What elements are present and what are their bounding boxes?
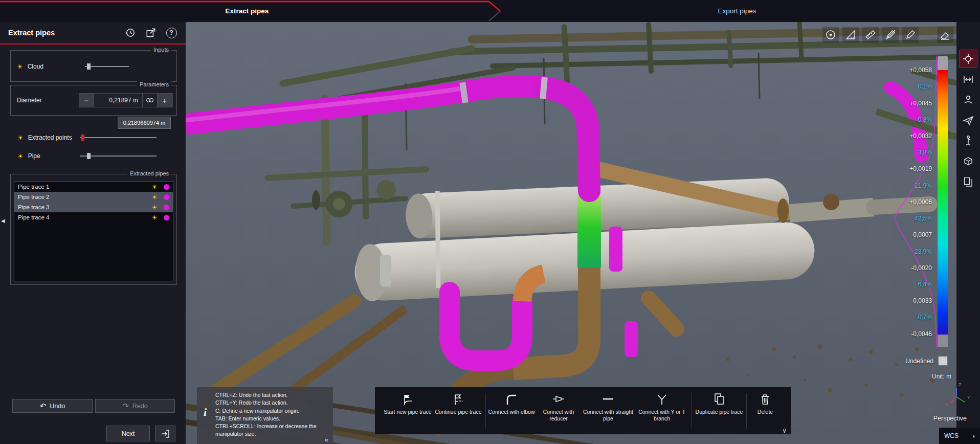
extracted-points-sun-icon[interactable]: ☀ xyxy=(17,135,24,141)
scale-tick: -0,0020 xyxy=(911,264,932,273)
extracted-points-slider[interactable] xyxy=(80,134,157,141)
toolbar-collapse-chevron[interactable]: ∨ xyxy=(782,427,787,434)
pipe-label: Pipe xyxy=(28,152,40,160)
measure-angle-icon[interactable] xyxy=(842,27,859,43)
list-item-pipe-trace-1[interactable]: Pipe trace 1 ☀ xyxy=(14,182,173,192)
pipe-trace-label: Pipe trace 3 xyxy=(18,204,49,210)
scale-tick: -0,0033 xyxy=(911,297,932,305)
scale-tick: -0,0007 xyxy=(911,231,932,239)
connect-straight-pipe-button[interactable]: Connect with straight pipe xyxy=(582,387,634,434)
pipe-sun-icon[interactable]: ☀ xyxy=(17,153,24,160)
slider-thumb[interactable] xyxy=(81,135,84,141)
annotation-icon[interactable] xyxy=(902,27,919,43)
slider-track[interactable] xyxy=(80,156,157,157)
connect-reducer-button[interactable]: Connect with reducer xyxy=(535,387,582,434)
start-trace-icon xyxy=(400,392,415,406)
list-item-pipe-trace-3[interactable]: Pipe trace 3 ☀ xyxy=(14,202,173,212)
delete-button[interactable]: Delete xyxy=(749,387,782,434)
undefined-checkbox[interactable] xyxy=(938,356,948,366)
scale-tick: 0,1% xyxy=(918,83,932,91)
viewpoint-pages-tool[interactable] xyxy=(959,172,977,191)
straight-pipe-icon xyxy=(601,392,615,406)
panel-collapse-arrow[interactable]: ◀ xyxy=(1,218,5,224)
scale-handle[interactable] xyxy=(938,56,948,70)
ortho-cube-tool[interactable] xyxy=(959,152,977,170)
start-new-pipe-trace-button[interactable]: Start new pipe trace xyxy=(382,387,433,434)
connect-y-t-branch-button[interactable]: Connect with Y or T branch xyxy=(634,387,689,434)
3d-viewport[interactable] xyxy=(186,22,956,444)
info-collapse-button[interactable]: « xyxy=(325,436,328,443)
visibility-sun-icon[interactable]: ☀ xyxy=(151,214,158,221)
shortcut-line: CTRL+SCROLL: Increase or decrease the ma… xyxy=(215,423,327,438)
duplicate-pipe-trace-button[interactable]: Duplicate pipe trace xyxy=(694,387,744,434)
info-icon: i xyxy=(204,406,207,419)
slider-track[interactable] xyxy=(85,66,129,67)
diameter-tooltip: 0,2189660974 m xyxy=(118,117,171,129)
fly-tool[interactable] xyxy=(959,111,977,129)
slider-thumb[interactable] xyxy=(87,153,91,159)
annotation-off-icon[interactable] xyxy=(882,27,899,43)
measure-distance-icon[interactable] xyxy=(862,27,879,43)
cloud-row: ☀ Cloud xyxy=(17,61,170,72)
examine-view-tool[interactable] xyxy=(959,91,977,109)
tab-extract-pipes[interactable]: Extract pipes xyxy=(0,0,494,22)
visibility-sun-icon[interactable]: ☀ xyxy=(151,204,158,211)
wcs-dropdown[interactable]: WCS ▴ xyxy=(939,428,980,444)
station-view-tool[interactable] xyxy=(959,131,977,150)
slider-track[interactable] xyxy=(80,137,157,138)
list-item-pipe-trace-2[interactable]: Pipe trace 2 ☀ xyxy=(14,192,173,202)
exit-tool-button[interactable] xyxy=(155,426,175,441)
scale-tick: +0,0058 xyxy=(909,66,932,75)
redo-arrow-icon: ↷ xyxy=(122,402,129,410)
pipe-slider[interactable] xyxy=(80,152,157,160)
diameter-increase-button[interactable]: + xyxy=(158,94,172,107)
help-icon[interactable]: ? xyxy=(165,27,177,39)
redo-button[interactable]: ↷ Redo xyxy=(95,399,175,413)
extracted-points-row: ☀ Extracted points xyxy=(10,132,177,143)
cloud-visibility-sun-icon[interactable]: ☀ xyxy=(17,63,23,70)
connect-elbow-button[interactable]: Connect with elbow xyxy=(488,387,535,434)
pan-tool[interactable] xyxy=(959,70,977,88)
next-button[interactable]: Next xyxy=(106,426,150,441)
trace-color-swatch[interactable] xyxy=(164,215,169,220)
scale-tick: +0,0045 xyxy=(909,100,932,108)
open-export-icon[interactable] xyxy=(145,27,157,39)
color-scale-bar xyxy=(938,56,948,347)
button-label: Start new pipe trace xyxy=(384,409,431,415)
projection-mode-label[interactable]: Perspective xyxy=(933,415,967,422)
diameter-decrease-button[interactable]: − xyxy=(79,94,94,107)
trace-color-swatch[interactable] xyxy=(164,194,169,200)
diameter-row: Diameter − 0,21897 m + xyxy=(17,85,171,115)
list-item-pipe-trace-4[interactable]: Pipe trace 4 ☀ xyxy=(14,212,173,223)
continue-pipe-trace-button[interactable]: Continue pipe trace xyxy=(433,387,483,434)
undo-button[interactable]: ↶ Undo xyxy=(12,399,93,413)
clean-eraser-icon[interactable] xyxy=(937,27,953,43)
axis-gizmo[interactable]: Z Y X xyxy=(945,384,970,410)
limit-box-icon[interactable] xyxy=(822,27,839,43)
trace-color-swatch[interactable] xyxy=(164,205,169,210)
shortcut-line: TAB: Enter numeric values. xyxy=(215,415,327,423)
wcs-label: WCS xyxy=(944,432,959,439)
diameter-value-field[interactable]: 0,21897 m xyxy=(94,94,143,107)
extract-pipes-panel: Extract pipes ? xyxy=(0,22,186,444)
toolbar-separator xyxy=(485,393,486,429)
pipe-trace-list[interactable]: Pipe trace 1 ☀ Pipe trace 2 ☀ Pipe trace… xyxy=(14,181,173,281)
scale-tick: 21,9% xyxy=(915,182,932,190)
scale-tick: 0,7% xyxy=(918,314,932,322)
visibility-sun-icon[interactable]: ☀ xyxy=(151,194,158,201)
tab-export-pipes[interactable]: Export pipes xyxy=(494,0,980,22)
exit-door-icon xyxy=(160,429,170,439)
button-label: Delete xyxy=(758,409,773,415)
visibility-sun-icon[interactable]: ☀ xyxy=(151,184,158,190)
point-cloud-scene xyxy=(186,22,956,444)
reset-history-icon[interactable] xyxy=(124,27,137,39)
trace-color-swatch[interactable] xyxy=(164,184,169,190)
slider-thumb[interactable] xyxy=(87,63,91,70)
axis-gizmo-lines xyxy=(945,384,970,410)
undo-arrow-icon: ↶ xyxy=(40,402,47,410)
cloud-label: Cloud xyxy=(28,63,43,70)
rotate-center-tool[interactable] xyxy=(959,50,977,68)
link-icon[interactable] xyxy=(143,94,158,107)
cloud-opacity-slider[interactable] xyxy=(85,63,129,70)
tab-extract-pipes-label: Extract pipes xyxy=(226,7,269,15)
